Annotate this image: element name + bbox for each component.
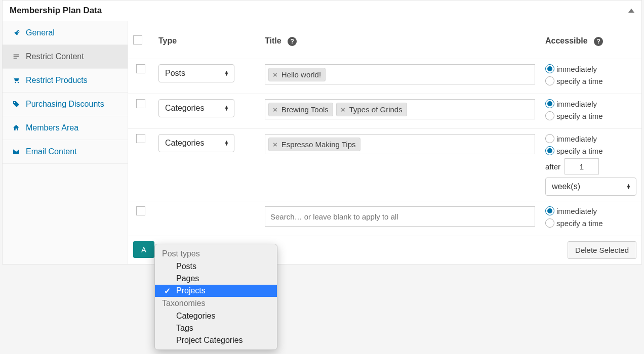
tab-restrict-content[interactable]: Restrict Content [3,45,128,69]
type-dropdown[interactable]: Post types Posts Pages Projects Taxonomi… [154,244,277,350]
help-icon[interactable]: ? [288,37,297,46]
after-label: after [545,162,560,171]
tab-purchasing-discounts[interactable]: Purchasing Discounts [3,93,128,116]
select-all-checkbox[interactable] [133,35,142,45]
type-value: Categories [165,104,204,113]
rule-row: ▲▼ immediately specify a time [128,201,641,236]
title-tagbox[interactable]: × Hello world! [265,64,535,84]
dropdown-group: Taxonomies [155,297,277,310]
wrench-icon [12,29,21,37]
access-immediately-radio[interactable] [545,206,554,215]
delete-selected-button[interactable]: Delete Selected [568,241,636,259]
access-label: immediately [556,65,597,73]
access-immediately-radio[interactable] [545,64,554,73]
tab-label: General [26,28,55,37]
membership-panel: Membership Plan Data General Restrict Co… [2,0,642,264]
access-specify-radio[interactable] [545,218,554,228]
add-rule-button[interactable]: A [133,241,154,258]
dropdown-option-categories[interactable]: Categories [155,310,277,322]
updown-icon: ▲▼ [626,184,631,189]
access-label: specify a time [556,219,603,228]
access-label: specify a time [556,77,603,85]
tab-label: Email Content [26,147,77,156]
updown-icon: ▲▼ [224,106,229,111]
panel-body: General Restrict Content Restrict Produc… [3,21,641,264]
updown-icon: ▲▼ [224,71,229,76]
dropdown-option-pages[interactable]: Pages [155,273,277,285]
type-select[interactable]: Categories ▲▼ [158,134,234,152]
svg-rect-1 [14,56,19,57]
remove-tag-icon[interactable]: × [273,70,277,79]
tab-label: Purchasing Discounts [26,100,104,109]
access-label: immediately [556,135,597,143]
tab-restrict-products[interactable]: Restrict Products [3,69,128,93]
row-checkbox[interactable] [136,206,145,215]
title-tagbox[interactable]: × Brewing Tools × Types of Grinds [265,99,535,119]
rules-area: Type Title ? Accessible ? [128,21,641,264]
col-title-text: Title [265,36,281,45]
dropdown-option-project-categories[interactable]: Project Categories [155,334,277,346]
access-specify-radio[interactable] [545,76,554,85]
access-specify-radio[interactable] [545,146,554,155]
remove-tag-icon[interactable]: × [341,105,345,114]
remove-tag-icon[interactable]: × [273,105,277,114]
doc-icon [12,53,21,61]
tag-text: Hello world! [281,70,321,79]
rule-row: Posts ▲▼ × Hello world! [128,59,641,94]
updown-icon: ▲▼ [224,141,229,146]
type-select[interactable]: Categories ▲▼ [158,99,234,117]
add-button-text: A [141,245,146,254]
svg-point-3 [14,102,15,103]
tag-icon [12,100,21,108]
collapse-toggle-icon[interactable] [628,9,634,13]
help-icon[interactable]: ? [594,37,603,46]
title-tag[interactable]: × Types of Grinds [336,103,407,116]
col-title-header: Title ? [260,23,540,59]
access-label: specify a time [556,112,603,120]
access-label: specify a time [556,147,603,155]
title-tag[interactable]: × Brewing Tools [268,103,333,116]
tab-label: Members Area [26,123,78,132]
rule-row: Categories ▲▼ × Brewing Tools [128,94,641,129]
col-type-header: Type [153,23,260,59]
tag-text: Types of Grinds [349,105,402,114]
type-value: Posts [165,69,185,78]
access-immediately-radio[interactable] [545,134,554,143]
dropdown-option-tags[interactable]: Tags [155,322,277,334]
home-icon [12,124,21,132]
unit-value: week(s) [552,182,580,191]
type-select[interactable]: Posts ▲▼ [158,64,234,82]
tab-label: Restrict Content [26,52,84,61]
title-tag[interactable]: × Hello world! [268,68,326,81]
panel-title: Membership Plan Data [10,6,102,16]
row-checkbox[interactable] [136,64,145,73]
unit-select[interactable]: week(s) ▲▼ [545,178,636,196]
tab-label: Restrict Products [26,76,88,85]
remove-tag-icon[interactable]: × [273,140,277,149]
title-tag[interactable]: × Espresso Making Tips [268,138,360,151]
svg-rect-2 [14,58,17,59]
access-label: immediately [556,207,597,215]
settings-tabs: General Restrict Content Restrict Produc… [3,21,128,264]
svg-rect-0 [14,54,19,55]
after-value-input[interactable] [565,158,599,174]
cart-icon [12,76,21,84]
dropdown-group: Post types [155,247,277,260]
tab-members-area[interactable]: Members Area [3,116,128,140]
row-checkbox[interactable] [136,134,145,143]
access-specify-radio[interactable] [545,111,554,120]
dropdown-option-posts[interactable]: Posts [155,260,277,273]
type-value: Categories [165,139,204,148]
tab-email-content[interactable]: Email Content [3,140,128,164]
col-access-text: Accessible [545,36,588,45]
mail-icon [12,148,21,156]
title-search-input[interactable] [268,209,532,224]
rule-row: Categories ▲▼ × Espresso Making Tips [128,129,641,201]
row-checkbox[interactable] [136,99,145,108]
dropdown-option-projects[interactable]: Projects [155,285,277,297]
title-tagbox[interactable]: × Espresso Making Tips [265,134,535,154]
title-tagbox[interactable] [265,206,535,227]
tag-text: Espresso Making Tips [281,140,356,149]
access-immediately-radio[interactable] [545,99,554,108]
tab-general[interactable]: General [3,21,128,45]
